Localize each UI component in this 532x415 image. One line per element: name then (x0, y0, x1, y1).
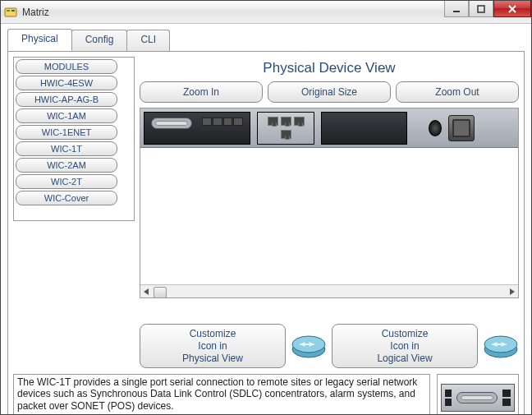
svg-rect-2 (11, 10, 15, 12)
module-WIC-1T[interactable]: WIC-1T (16, 141, 117, 156)
power-switch[interactable] (429, 120, 442, 136)
svg-marker-7 (144, 288, 149, 295)
physical-view-panel: Physical Device View Zoom In Original Si… (140, 57, 519, 298)
customize-physical-button[interactable]: Customize Icon in Physical View (140, 324, 286, 368)
device-canvas[interactable] (140, 108, 519, 298)
tab-bar: Physical Config CLI (1, 24, 531, 51)
tab-physical[interactable]: Physical (7, 29, 72, 51)
rj45-port-icon[interactable] (268, 117, 278, 126)
port-small-icon (223, 118, 233, 126)
port-small-icon (213, 118, 222, 126)
rj45-port-icon[interactable] (281, 130, 291, 139)
zoom-out-button[interactable]: Zoom Out (396, 81, 519, 103)
modules-panel[interactable]: MODULES HWIC-4ESW HWIC-AP-AG-B WIC-1AM W… (13, 57, 135, 221)
window-minimize-button[interactable] (444, 1, 469, 17)
module-preview[interactable] (437, 374, 519, 415)
wic-card-icon[interactable] (441, 384, 515, 412)
module-WIC-1AM[interactable]: WIC-1AM (16, 108, 117, 123)
svg-rect-1 (7, 10, 10, 12)
slot-ethernet[interactable] (257, 112, 314, 145)
slot-empty[interactable] (321, 112, 407, 145)
module-WIC-2T[interactable]: WIC-2T (16, 174, 117, 189)
router-icon (291, 328, 327, 364)
window-close-button[interactable] (493, 1, 531, 17)
screw-icon (445, 390, 452, 397)
module-HWIC-AP-AG-B[interactable]: HWIC-AP-AG-B (16, 92, 117, 107)
window-title: Matriz (22, 7, 49, 18)
power-inlet-icon[interactable] (448, 115, 475, 141)
svg-marker-8 (510, 288, 515, 295)
scroll-right-icon[interactable] (505, 286, 518, 297)
serial-port-icon[interactable] (151, 118, 192, 129)
module-HWIC-4ESW[interactable]: HWIC-4ESW (16, 76, 117, 90)
app-icon (4, 6, 17, 19)
power-region (410, 115, 493, 141)
tab-config[interactable]: Config (71, 30, 128, 52)
module-description[interactable]: The WIC-1T provides a single port serial… (13, 374, 430, 415)
customize-logical-button[interactable]: Customize Icon in Logical View (332, 324, 478, 368)
led-icon (502, 390, 511, 397)
device-horizontal-scrollbar[interactable] (140, 284, 518, 297)
module-WIC-1ENET[interactable]: WIC-1ENET (16, 125, 117, 140)
device-chassis[interactable] (140, 108, 518, 148)
led-icon (502, 399, 511, 406)
window-maximize-button[interactable] (469, 1, 493, 17)
customize-row: Customize Icon in Physical View Customiz… (140, 323, 519, 369)
svg-rect-0 (5, 8, 16, 16)
tab-content-physical: MODULES HWIC-4ESW HWIC-AP-AG-B WIC-1AM W… (7, 51, 525, 415)
serial-port-icon (456, 392, 498, 403)
svg-rect-4 (478, 6, 484, 12)
port-small-icon (233, 118, 243, 126)
window-titlebar: Matriz (1, 1, 531, 24)
zoom-in-button[interactable]: Zoom In (140, 81, 263, 103)
module-WIC-2AM[interactable]: WIC-2AM (16, 158, 117, 173)
module-WIC-Cover[interactable]: WIC-Cover (16, 191, 117, 205)
original-size-button[interactable]: Original Size (268, 81, 391, 103)
rj45-port-icon[interactable] (294, 117, 305, 126)
port-small-icon (202, 118, 212, 126)
rj45-port-icon[interactable] (281, 117, 291, 126)
modules-header[interactable]: MODULES (16, 59, 117, 74)
scroll-left-icon[interactable] (140, 286, 154, 297)
slot-0[interactable] (144, 112, 250, 145)
tab-cli[interactable]: CLI (126, 30, 170, 52)
module-description-text: The WIC-1T provides a single port serial… (17, 376, 417, 412)
physical-view-title: Physical Device View (140, 60, 519, 76)
scroll-thumb[interactable] (154, 286, 505, 297)
router-icon (483, 328, 519, 364)
screw-icon (445, 399, 452, 406)
